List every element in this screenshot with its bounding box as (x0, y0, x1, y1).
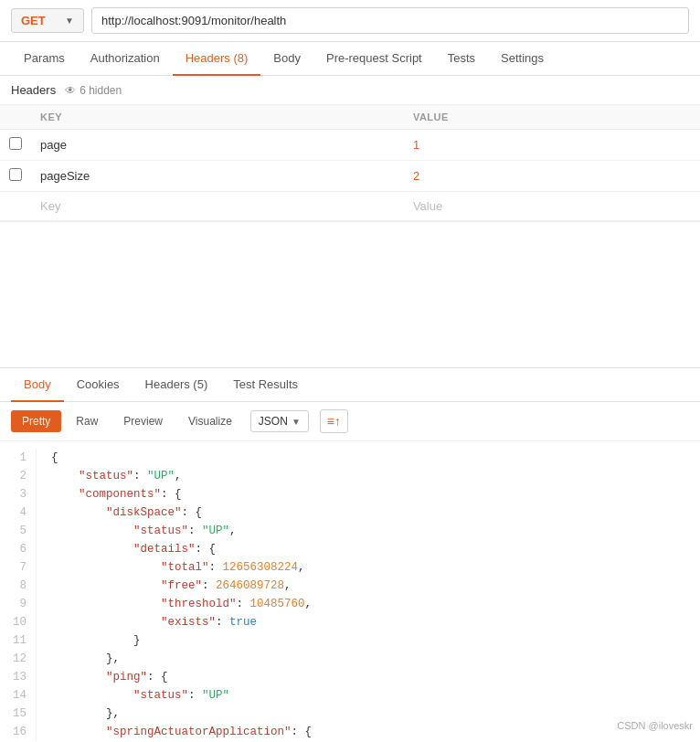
table-row: pageSize 2 (0, 161, 700, 192)
row-1-key: page (31, 130, 404, 161)
json-line: }, (51, 705, 685, 723)
tab-tests[interactable]: Tests (435, 42, 488, 76)
filter-button[interactable]: ≡↑ (320, 409, 348, 433)
method-arrow: ▼ (65, 16, 74, 26)
json-line: { (51, 449, 685, 467)
tab-body[interactable]: Body (260, 42, 313, 76)
line-number: 13 (9, 668, 27, 686)
line-numbers: 12345678910111213141516 (0, 449, 37, 741)
line-number: 10 (9, 613, 27, 631)
json-line: "status": "UP", (51, 522, 685, 540)
json-line: "total": 12656308224, (51, 558, 685, 577)
json-line: "components": { (51, 485, 685, 504)
format-raw-btn[interactable]: Raw (65, 410, 109, 432)
json-line: "status": "UP", (51, 467, 685, 485)
key-col-header: KEY (31, 105, 404, 130)
tab-params[interactable]: Params (11, 42, 78, 76)
hidden-count-label: 6 hidden (80, 84, 122, 97)
format-visualize-btn[interactable]: Visualize (177, 410, 243, 432)
tab-pre-request-script[interactable]: Pre-request Script (313, 42, 435, 76)
format-pretty-btn[interactable]: Pretty (11, 410, 61, 432)
line-number: 12 (9, 650, 27, 668)
json-format-label: JSON (259, 415, 288, 428)
json-line: "free": 2646089728, (51, 577, 685, 595)
url-input[interactable] (91, 7, 689, 34)
row-1-checkbox[interactable] (9, 137, 22, 150)
json-body: 12345678910111213141516 { "status": "UP"… (0, 441, 700, 742)
json-format-arrow: ▼ (292, 417, 301, 427)
json-line: } (51, 631, 685, 650)
tab-headers[interactable]: Headers (8) (173, 42, 261, 76)
line-number: 11 (9, 631, 27, 650)
row-checkbox-cell (0, 130, 31, 161)
row-3-value: Value (404, 192, 700, 221)
row-checkbox-cell (0, 192, 31, 221)
json-line: "ping": { (51, 668, 685, 686)
json-code: { "status": "UP", "components": { "diskS… (37, 449, 700, 741)
json-line: "diskSpace": { (51, 504, 685, 522)
headers-title-row: Headers 👁 6 hidden (0, 76, 700, 105)
line-number: 7 (9, 558, 27, 577)
eye-icon: 👁 (65, 84, 76, 97)
line-number: 15 (9, 705, 27, 723)
tab-settings[interactable]: Settings (488, 42, 557, 76)
hidden-badge[interactable]: 👁 6 hidden (65, 84, 122, 97)
table-row: page 1 (0, 130, 700, 161)
line-number: 4 (9, 504, 27, 522)
json-line: "springActuatorApplication": { (51, 723, 685, 741)
headers-title: Headers (11, 83, 56, 97)
method-dropdown[interactable]: GET ▼ (11, 8, 84, 33)
row-3-key: Key (31, 192, 404, 221)
checkbox-col-header (0, 105, 31, 130)
headers-table: KEY VALUE page 1 pageSize 2 Key (0, 105, 700, 221)
line-number: 2 (9, 467, 27, 485)
row-2-key: pageSize (31, 161, 404, 192)
value-col-header: VALUE (404, 105, 700, 130)
line-number: 6 (9, 540, 27, 558)
row-checkbox-cell (0, 161, 31, 192)
tab-test-results[interactable]: Test Results (220, 368, 311, 402)
row-1-value: 1 (404, 130, 700, 161)
line-number: 9 (9, 595, 27, 613)
line-number: 3 (9, 485, 27, 504)
line-number: 1 (9, 449, 27, 467)
line-number: 8 (9, 577, 27, 595)
row-2-value: 2 (404, 161, 700, 192)
request-tabs: Params Authorization Headers (8) Body Pr… (0, 42, 700, 76)
row-2-checkbox[interactable] (9, 168, 22, 181)
json-line: "threshold": 10485760, (51, 595, 685, 613)
tab-authorization[interactable]: Authorization (78, 42, 173, 76)
json-line: "status": "UP" (51, 686, 685, 705)
json-format-select[interactable]: JSON ▼ (250, 410, 309, 432)
json-line: "details": { (51, 540, 685, 558)
response-tabs: Body Cookies Headers (5) Test Results (0, 368, 700, 402)
format-preview-btn[interactable]: Preview (112, 410, 174, 432)
line-number: 14 (9, 686, 27, 705)
tab-headers-response[interactable]: Headers (5) (133, 368, 221, 402)
tab-cookies[interactable]: Cookies (64, 368, 133, 402)
json-line: "exists": true (51, 613, 685, 631)
watermark: CSDN @iloveskr (617, 720, 693, 731)
table-row: Key Value (0, 192, 700, 221)
json-line: }, (51, 650, 685, 668)
line-number: 16 (9, 723, 27, 741)
tab-body-response[interactable]: Body (11, 368, 64, 402)
line-number: 5 (9, 522, 27, 540)
format-toolbar: Pretty Raw Preview Visualize JSON ▼ ≡↑ (0, 402, 700, 441)
url-bar: GET ▼ (0, 0, 700, 42)
empty-request-area (0, 222, 700, 368)
headers-section: Headers 👁 6 hidden KEY VALUE page 1 (0, 76, 700, 222)
method-label: GET (21, 14, 46, 27)
